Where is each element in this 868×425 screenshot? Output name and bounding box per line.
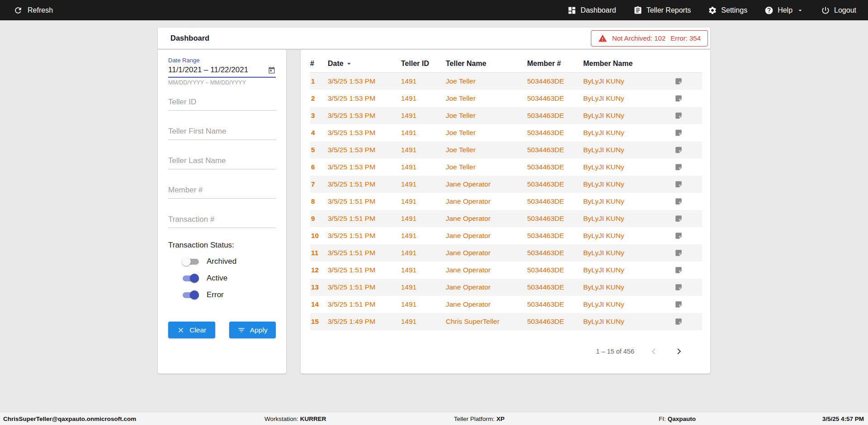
- row-number: 15: [310, 313, 328, 330]
- transactions-table: # Date Teller ID Teller Name Member # Me…: [310, 56, 702, 330]
- nav-item-teller-reports[interactable]: Teller Reports: [633, 6, 691, 15]
- toggle-switch[interactable]: [182, 257, 200, 266]
- row-note-cell[interactable]: [673, 262, 702, 279]
- table-row[interactable]: 12 3/5/25 1:51 PM 1491 Jane Operator 503…: [310, 262, 702, 279]
- refresh-button[interactable]: Refresh: [14, 6, 53, 15]
- note-icon[interactable]: [675, 300, 683, 308]
- row-member-name: ByLyJI KUNy: [583, 73, 673, 90]
- row-date: 3/5/25 1:53 PM: [328, 141, 401, 159]
- row-note-cell[interactable]: [673, 296, 702, 313]
- col-header-teller-name: Teller Name: [446, 56, 527, 73]
- transaction-number-input[interactable]: [168, 215, 276, 224]
- pagination: 1 – 15 of 456: [310, 346, 702, 357]
- filter-actions: Clear Apply: [168, 322, 276, 338]
- note-icon[interactable]: [675, 318, 683, 326]
- row-note-cell[interactable]: [673, 210, 702, 227]
- row-note-cell[interactable]: [673, 124, 702, 141]
- row-member-number: 5034463DE: [527, 107, 583, 124]
- row-note-cell[interactable]: [673, 141, 702, 159]
- note-icon[interactable]: [675, 249, 683, 257]
- table-row[interactable]: 1 3/5/25 1:53 PM 1491 Joe Teller 5034463…: [310, 73, 702, 90]
- note-icon[interactable]: [675, 283, 683, 291]
- nav-item-settings[interactable]: Settings: [708, 6, 747, 15]
- row-member-number: 5034463DE: [527, 313, 583, 330]
- note-icon[interactable]: [675, 163, 683, 171]
- toggle-switch[interactable]: [182, 290, 200, 299]
- note-icon[interactable]: [675, 197, 683, 205]
- row-note-cell[interactable]: [673, 193, 702, 210]
- row-note-cell[interactable]: [673, 279, 702, 296]
- teller-first-name-input[interactable]: [168, 127, 276, 136]
- nav-item-dashboard[interactable]: Dashboard: [567, 6, 616, 15]
- row-number: 4: [310, 124, 328, 141]
- calendar-icon[interactable]: [268, 66, 276, 75]
- row-note-cell[interactable]: [673, 227, 702, 244]
- row-note-cell[interactable]: [673, 176, 702, 193]
- row-teller-id: 1491: [401, 193, 446, 210]
- date-range-input[interactable]: [168, 65, 268, 75]
- table-row[interactable]: 11 3/5/25 1:51 PM 1491 Jane Operator 503…: [310, 244, 702, 262]
- table-row[interactable]: 8 3/5/25 1:51 PM 1491 Jane Operator 5034…: [310, 193, 702, 210]
- pagination-next-button[interactable]: [673, 346, 685, 357]
- chevron-left-icon: [648, 346, 660, 357]
- note-icon[interactable]: [675, 232, 683, 240]
- member-number-input[interactable]: [168, 186, 276, 195]
- row-member-number: 5034463DE: [527, 193, 583, 210]
- note-icon[interactable]: [675, 215, 683, 223]
- col-header-date[interactable]: Date: [328, 56, 401, 73]
- table-row[interactable]: 7 3/5/25 1:51 PM 1491 Jane Operator 5034…: [310, 176, 702, 193]
- toggle-switch[interactable]: [182, 274, 200, 283]
- row-note-cell[interactable]: [673, 107, 702, 124]
- clipboard-icon: [633, 6, 642, 15]
- warning-icon: [598, 34, 607, 43]
- nav-item-help[interactable]: Help: [764, 6, 804, 15]
- row-date: 3/5/25 1:51 PM: [328, 296, 401, 313]
- row-teller-id: 1491: [401, 107, 446, 124]
- toggle-active[interactable]: Active: [182, 273, 276, 283]
- row-date: 3/5/25 1:49 PM: [328, 313, 401, 330]
- table-row[interactable]: 6 3/5/25 1:53 PM 1491 Joe Teller 5034463…: [310, 159, 702, 176]
- table-row[interactable]: 2 3/5/25 1:53 PM 1491 Joe Teller 5034463…: [310, 90, 702, 107]
- table-row[interactable]: 15 3/5/25 1:49 PM 1491 Chris SuperTeller…: [310, 313, 702, 330]
- teller-platform-info: Teller Platform: XP: [454, 412, 505, 425]
- row-teller-id: 1491: [401, 141, 446, 159]
- row-teller-name: Jane Operator: [446, 244, 527, 262]
- note-icon[interactable]: [675, 146, 683, 154]
- nav-item-logout[interactable]: Logout: [821, 6, 856, 15]
- toggle-error[interactable]: Error: [182, 290, 276, 300]
- note-icon[interactable]: [675, 112, 683, 120]
- table-row[interactable]: 14 3/5/25 1:51 PM 1491 Jane Operator 503…: [310, 296, 702, 313]
- row-note-cell[interactable]: [673, 90, 702, 107]
- row-number: 13: [310, 279, 328, 296]
- note-icon[interactable]: [675, 266, 683, 274]
- pagination-prev-button[interactable]: [648, 346, 660, 357]
- chevron-down-icon: [797, 7, 804, 14]
- teller-id-input[interactable]: [168, 98, 276, 107]
- row-note-cell[interactable]: [673, 159, 702, 176]
- note-icon[interactable]: [675, 180, 683, 188]
- note-icon[interactable]: [675, 77, 683, 85]
- fi-value: Qaxpauto: [668, 416, 696, 422]
- table-row[interactable]: 9 3/5/25 1:51 PM 1491 Jane Operator 5034…: [310, 210, 702, 227]
- toggle-archived[interactable]: Archived: [182, 257, 276, 266]
- row-member-number: 5034463DE: [527, 159, 583, 176]
- row-note-cell[interactable]: [673, 313, 702, 330]
- table-row[interactable]: 10 3/5/25 1:51 PM 1491 Jane Operator 503…: [310, 227, 702, 244]
- row-teller-id: 1491: [401, 176, 446, 193]
- logged-in-user: ChrisSuperTeller@qaxpauto.onmicrosoft.co…: [3, 412, 136, 425]
- row-note-cell[interactable]: [673, 73, 702, 90]
- table-row[interactable]: 13 3/5/25 1:51 PM 1491 Jane Operator 503…: [310, 279, 702, 296]
- table-row[interactable]: 3 3/5/25 1:53 PM 1491 Joe Teller 5034463…: [310, 107, 702, 124]
- note-icon[interactable]: [675, 129, 683, 137]
- row-note-cell[interactable]: [673, 244, 702, 262]
- teller-last-name-input[interactable]: [168, 156, 276, 165]
- close-icon: [177, 326, 185, 334]
- note-icon[interactable]: [675, 94, 683, 103]
- row-date: 3/5/25 1:51 PM: [328, 193, 401, 210]
- clear-button[interactable]: Clear: [168, 322, 215, 338]
- table-row[interactable]: 5 3/5/25 1:53 PM 1491 Joe Teller 5034463…: [310, 141, 702, 159]
- apply-button[interactable]: Apply: [229, 322, 276, 338]
- row-teller-name: Jane Operator: [446, 176, 527, 193]
- row-date: 3/5/25 1:51 PM: [328, 279, 401, 296]
- table-row[interactable]: 4 3/5/25 1:53 PM 1491 Joe Teller 5034463…: [310, 124, 702, 141]
